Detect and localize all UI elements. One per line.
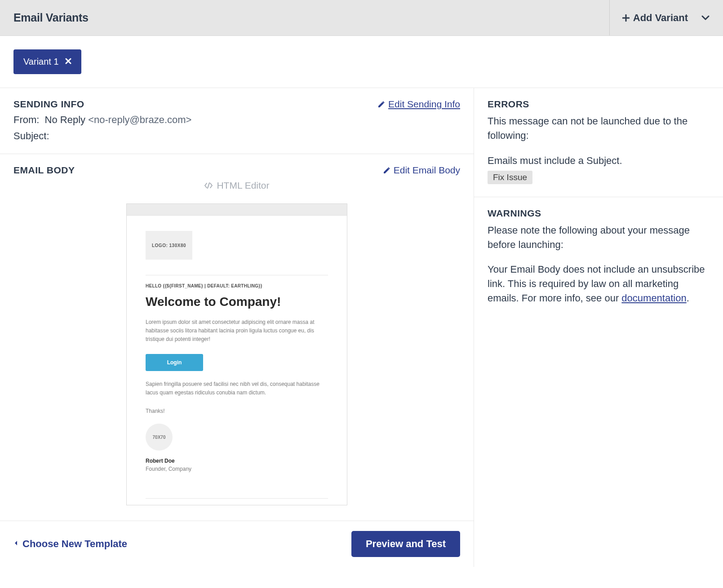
add-variant-button[interactable]: Add Variant <box>622 12 688 24</box>
sending-info-panel: SENDING INFO Edit Sending Info From: No … <box>0 88 474 154</box>
errors-intro: This message can not be launched due to … <box>488 114 710 143</box>
variant-row: Variant 1 <box>0 36 723 88</box>
edit-email-body-label: Edit Email Body <box>394 165 460 176</box>
chevron-down-icon[interactable] <box>701 15 710 21</box>
errors-panel: ERRORS This message can not be launched … <box>474 88 723 197</box>
email-preview-wrap: LOGO: 130X80 HELLO {{${FIRST_NAME} | DEF… <box>0 191 474 521</box>
warnings-intro: Please note the following about your mes… <box>488 223 710 252</box>
edit-sending-info-button[interactable]: Edit Sending Info <box>377 99 460 110</box>
warnings-body: Your Email Body does not include an unsu… <box>488 262 710 305</box>
pencil-icon <box>377 100 386 108</box>
footer-bar: Choose New Template Preview and Test <box>0 521 474 567</box>
preview-hello: HELLO {{${FIRST_NAME} | DEFAULT: EARTHLI… <box>146 283 328 288</box>
documentation-link[interactable]: documentation <box>621 292 686 304</box>
sending-info-title: SENDING INFO <box>13 99 84 110</box>
left-column: SENDING INFO Edit Sending Info From: No … <box>0 88 474 567</box>
divider <box>146 498 328 499</box>
from-name: No Reply <box>45 114 85 125</box>
preview-avatar-placeholder: 70X70 <box>146 424 173 451</box>
preview-thanks: Thanks! <box>146 407 328 416</box>
header-right: Add Variant <box>609 0 710 35</box>
divider <box>146 275 328 275</box>
preview-paragraph: Sapien fringilla posuere sed facilisi ne… <box>146 380 328 397</box>
html-editor-label: HTML Editor <box>13 180 460 191</box>
warnings-panel: WARNINGS Please note the following about… <box>474 197 723 318</box>
subject-row: Subject: <box>13 130 460 142</box>
from-label: From: <box>13 114 39 125</box>
page-title: Email Variants <box>13 11 89 24</box>
fix-issue-button[interactable]: Fix Issue <box>488 171 532 184</box>
preview-topbar <box>127 204 347 216</box>
right-column: ERRORS This message can not be launched … <box>474 88 723 567</box>
preview-logo-placeholder: LOGO: 130X80 <box>146 231 192 260</box>
email-body-title: EMAIL BODY <box>13 165 75 176</box>
preview-paragraph: Lorem ipsum dolor sit amet consectetur a… <box>146 318 328 344</box>
variant-chip-label: Variant 1 <box>23 57 59 67</box>
html-editor-text: HTML Editor <box>217 180 269 191</box>
plus-icon <box>622 14 630 22</box>
warnings-body-post: . <box>687 292 689 304</box>
pencil-icon <box>383 166 391 174</box>
choose-template-button[interactable]: Choose New Template <box>13 538 127 550</box>
edit-email-body-button[interactable]: Edit Email Body <box>383 165 460 176</box>
warnings-title: WARNINGS <box>488 208 710 219</box>
preview-login-button[interactable]: Login <box>146 354 203 371</box>
preview-signature-name: Robert Doe <box>146 458 328 464</box>
from-address: <no-reply@braze.com> <box>88 114 191 125</box>
close-icon[interactable] <box>65 57 71 66</box>
choose-template-label: Choose New Template <box>22 538 127 550</box>
caret-left-icon <box>13 540 18 548</box>
main-columns: SENDING INFO Edit Sending Info From: No … <box>0 88 723 567</box>
preview-signature-title: Founder, Company <box>146 466 328 472</box>
variant-chip[interactable]: Variant 1 <box>13 49 81 74</box>
subject-label: Subject: <box>13 130 49 141</box>
email-body-panel: EMAIL BODY Edit Email Body HTML Editor <box>0 154 474 191</box>
errors-item: Emails must include a Subject. <box>488 154 710 168</box>
preview-headline: Welcome to Company! <box>146 295 328 309</box>
code-icon <box>204 182 213 189</box>
preview-and-test-button[interactable]: Preview and Test <box>351 531 460 557</box>
edit-sending-info-label: Edit Sending Info <box>388 99 460 110</box>
errors-title: ERRORS <box>488 99 710 110</box>
from-row: From: No Reply <no-reply@braze.com> <box>13 114 460 126</box>
email-preview: LOGO: 130X80 HELLO {{${FIRST_NAME} | DEF… <box>126 203 347 505</box>
header-bar: Email Variants Add Variant <box>0 0 723 36</box>
add-variant-label: Add Variant <box>633 12 688 24</box>
